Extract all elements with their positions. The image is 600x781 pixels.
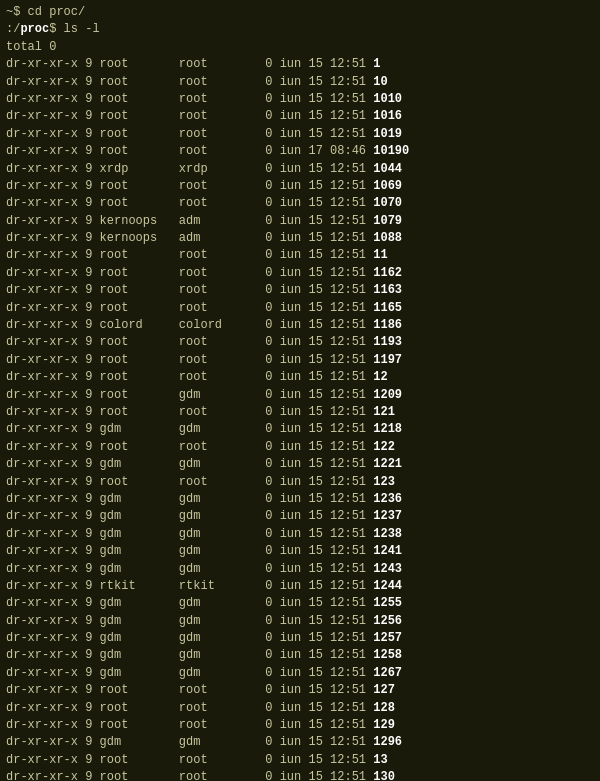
list-item: dr-xr-xr-x 9 root root 0 iun 15 12:51 10… (6, 91, 594, 108)
list-item: dr-xr-xr-x 9 root root 0 iun 17 08:46 10… (6, 143, 594, 160)
list-item: dr-xr-xr-x 9 root gdm 0 iun 15 12:51 120… (6, 387, 594, 404)
list-item: dr-xr-xr-x 9 root root 0 iun 15 12:51 10… (6, 195, 594, 212)
list-item: dr-xr-xr-x 9 root root 0 iun 15 12:51 12… (6, 474, 594, 491)
list-item: dr-xr-xr-x 9 gdm gdm 0 iun 15 12:51 1296 (6, 734, 594, 751)
list-item: dr-xr-xr-x 9 root root 0 iun 15 12:51 10… (6, 178, 594, 195)
list-item: dr-xr-xr-x 9 root root 0 iun 15 12:51 13… (6, 769, 594, 781)
list-item: dr-xr-xr-x 9 gdm gdm 0 iun 15 12:51 1237 (6, 508, 594, 525)
total-line: total 0 (6, 39, 594, 56)
list-item: dr-xr-xr-x 9 kernoops adm 0 iun 15 12:51… (6, 213, 594, 230)
list-item: dr-xr-xr-x 9 root root 0 iun 15 12:51 11… (6, 282, 594, 299)
list-item: dr-xr-xr-x 9 gdm gdm 0 iun 15 12:51 1258 (6, 647, 594, 664)
list-item: dr-xr-xr-x 9 root root 0 iun 15 12:51 11 (6, 247, 594, 264)
list-item: dr-xr-xr-x 9 root root 0 iun 15 12:51 12 (6, 369, 594, 386)
command-line-2: :/proc$ ls -l (6, 21, 594, 38)
list-item: dr-xr-xr-x 9 colord colord 0 iun 15 12:5… (6, 317, 594, 334)
list-item: dr-xr-xr-x 9 gdm gdm 0 iun 15 12:51 1236 (6, 491, 594, 508)
list-item: dr-xr-xr-x 9 gdm gdm 0 iun 15 12:51 1241 (6, 543, 594, 560)
prompt-prefix: ~$ cd proc/ (6, 5, 85, 19)
list-item: dr-xr-xr-x 9 gdm gdm 0 iun 15 12:51 1243 (6, 561, 594, 578)
list-item: dr-xr-xr-x 9 xrdp xrdp 0 iun 15 12:51 10… (6, 161, 594, 178)
list-item: dr-xr-xr-x 9 root root 0 iun 15 12:51 12… (6, 700, 594, 717)
list-item: dr-xr-xr-x 9 root root 0 iun 15 12:51 12… (6, 404, 594, 421)
proc-bold: proc (20, 22, 49, 36)
list-item: dr-xr-xr-x 9 root root 0 iun 15 12:51 11… (6, 265, 594, 282)
list-item: dr-xr-xr-x 9 root root 0 iun 15 12:51 1 (6, 56, 594, 73)
list-item: dr-xr-xr-x 9 root root 0 iun 15 12:51 10… (6, 108, 594, 125)
list-item: dr-xr-xr-x 9 gdm gdm 0 iun 15 12:51 1238 (6, 526, 594, 543)
command-line-1: ~$ cd proc/ (6, 4, 594, 21)
list-item: dr-xr-xr-x 9 gdm gdm 0 iun 15 12:51 1255 (6, 595, 594, 612)
list-item: dr-xr-xr-x 9 root root 0 iun 15 12:51 11… (6, 352, 594, 369)
list-item: dr-xr-xr-x 9 gdm gdm 0 iun 15 12:51 1257 (6, 630, 594, 647)
list-item: dr-xr-xr-x 9 gdm gdm 0 iun 15 12:51 1218 (6, 421, 594, 438)
cmd-suffix: $ ls -l (49, 22, 99, 36)
list-item: dr-xr-xr-x 9 root root 0 iun 15 12:51 12… (6, 439, 594, 456)
terminal-window: ~$ cd proc/ :/proc$ ls -l total 0 dr-xr-… (0, 0, 600, 781)
list-item: dr-xr-xr-x 9 root root 0 iun 15 12:51 10 (6, 74, 594, 91)
list-item: dr-xr-xr-x 9 gdm gdm 0 iun 15 12:51 1267 (6, 665, 594, 682)
prompt-prefix-2: :/ (6, 22, 20, 36)
list-item: dr-xr-xr-x 9 root root 0 iun 15 12:51 13 (6, 752, 594, 769)
list-item: dr-xr-xr-x 9 gdm gdm 0 iun 15 12:51 1221 (6, 456, 594, 473)
list-item: dr-xr-xr-x 9 kernoops adm 0 iun 15 12:51… (6, 230, 594, 247)
list-item: dr-xr-xr-x 9 root root 0 iun 15 12:51 12… (6, 717, 594, 734)
list-item: dr-xr-xr-x 9 root root 0 iun 15 12:51 12… (6, 682, 594, 699)
list-item: dr-xr-xr-x 9 rtkit rtkit 0 iun 15 12:51 … (6, 578, 594, 595)
list-item: dr-xr-xr-x 9 root root 0 iun 15 12:51 10… (6, 126, 594, 143)
list-item: dr-xr-xr-x 9 root root 0 iun 15 12:51 11… (6, 300, 594, 317)
list-item: dr-xr-xr-x 9 gdm gdm 0 iun 15 12:51 1256 (6, 613, 594, 630)
file-list: dr-xr-xr-x 9 root root 0 iun 15 12:51 1d… (6, 56, 594, 781)
list-item: dr-xr-xr-x 9 root root 0 iun 15 12:51 11… (6, 334, 594, 351)
